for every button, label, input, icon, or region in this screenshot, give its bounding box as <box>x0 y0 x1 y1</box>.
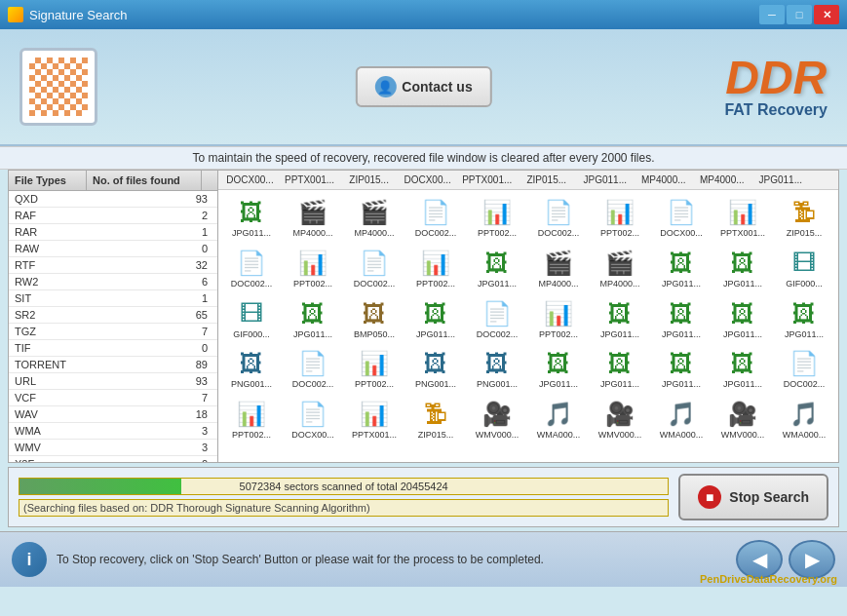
file-label: PNG001... <box>415 379 456 390</box>
contact-button[interactable]: 👤 Contact us <box>355 66 491 107</box>
table-row[interactable]: 🎵 WMA000... <box>776 397 832 443</box>
table-row[interactable]: 🖼 JPG011... <box>714 296 771 342</box>
file-label: PNG001... <box>477 379 518 390</box>
col-header-count: No. of files found <box>87 171 202 190</box>
table-row[interactable]: 🎵 WMA000... <box>530 397 587 443</box>
table-row[interactable]: 🖼 JPG011... <box>592 296 648 342</box>
file-type-cell: TIF <box>9 340 87 356</box>
file-type-icon: 📊 <box>359 399 390 430</box>
table-row[interactable]: 🗜 ZIP015... <box>776 195 832 241</box>
table-row[interactable]: 📊 PPT002... <box>592 195 648 241</box>
list-item[interactable]: TGZ 7 <box>9 324 217 340</box>
bottom-bar: i To Stop recovery, click on 'Stop Searc… <box>0 531 847 587</box>
list-item[interactable]: RAW 0 <box>9 241 217 257</box>
progress-algo-text: (Searching files based on: DDR Thorough … <box>19 499 669 517</box>
table-row[interactable]: 📄 DOC002... <box>346 246 403 291</box>
table-row[interactable]: 🖼 JPG011... <box>407 296 464 342</box>
table-row[interactable]: 📊 PPTX001... <box>714 195 771 241</box>
list-item[interactable]: RAF 2 <box>9 208 217 224</box>
maximize-button[interactable]: □ <box>787 5 812 24</box>
table-row[interactable]: 📊 PPT002... <box>407 246 464 291</box>
table-row[interactable]: 🎬 MP4000... <box>285 195 341 241</box>
list-item[interactable]: URL 93 <box>9 373 217 390</box>
file-type-cell: RW2 <box>9 274 87 289</box>
list-item[interactable]: WMA 3 <box>9 423 217 440</box>
table-row[interactable]: 🖼 JPG011... <box>776 296 832 342</box>
close-button[interactable]: ✕ <box>814 5 839 24</box>
table-row[interactable]: 🖼 JPG011... <box>285 296 341 342</box>
table-row[interactable]: 📄 DOC002... <box>530 195 587 241</box>
file-grid-body[interactable]: 🖼 JPG011... 🎬 MP4000... 🎬 MP4000... 📄 DO… <box>218 190 838 462</box>
table-row[interactable]: 📊 PPT002... <box>285 246 341 291</box>
table-row[interactable]: 🖼 PNG001... <box>223 346 280 392</box>
file-type-cell: WMA <box>9 423 87 439</box>
table-row[interactable]: 🎥 WMV000... <box>469 397 525 443</box>
file-type-icon: 🖼 <box>727 348 758 379</box>
table-row[interactable]: 📄 DOCX00... <box>653 195 710 241</box>
file-label: PPT002... <box>416 279 455 289</box>
file-type-cell: SR2 <box>9 307 87 323</box>
list-item[interactable]: SIT 1 <box>9 290 217 307</box>
ddr-text: DDR <box>724 55 828 101</box>
table-row[interactable]: 🎥 WMV000... <box>714 397 771 443</box>
stop-search-button[interactable]: ■ Stop Search <box>678 474 828 520</box>
file-type-icon: 🎬 <box>359 197 390 228</box>
table-row[interactable]: 📄 DOC002... <box>776 346 832 392</box>
table-row[interactable]: 📊 PPT002... <box>469 195 525 241</box>
file-type-icon: 🖼 <box>236 197 267 228</box>
table-row[interactable]: 📊 PPT002... <box>223 397 280 443</box>
file-type-icon: 🎥 <box>727 399 758 430</box>
table-row[interactable]: 🖼 JPG011... <box>653 246 710 291</box>
table-row[interactable]: 📊 PPT002... <box>346 346 403 392</box>
file-list-body[interactable]: QXD 93 RAF 2 RAR 1 RAW 0 RTF 32 RW2 6 SI… <box>9 191 217 462</box>
table-row[interactable]: 📄 DOC002... <box>469 296 525 342</box>
table-row[interactable]: 📄 DOC002... <box>407 195 464 241</box>
minimize-button[interactable]: ─ <box>759 5 785 24</box>
list-item[interactable]: QXD 93 <box>9 191 217 208</box>
list-item[interactable]: RW2 6 <box>9 274 217 290</box>
table-row[interactable]: 🎵 WMA000... <box>653 397 710 443</box>
table-row[interactable]: 🖼 JPG011... <box>223 195 280 241</box>
table-row[interactable]: 🖼 JPG011... <box>653 346 710 392</box>
list-item[interactable]: RAR 1 <box>9 224 217 241</box>
list-item[interactable]: VCF 7 <box>9 390 217 406</box>
table-row[interactable]: 📄 DOC002... <box>223 246 280 291</box>
file-count-cell: 0 <box>87 241 217 256</box>
table-row[interactable]: 🖼 JPG011... <box>653 296 710 342</box>
list-item[interactable]: RTF 32 <box>9 257 217 274</box>
file-count-cell: 3 <box>87 440 217 455</box>
table-row[interactable]: 🖼 JPG011... <box>714 246 771 291</box>
table-row[interactable]: 🖼 PNG001... <box>469 346 525 392</box>
table-row[interactable]: 🖼 BMP050... <box>346 296 403 342</box>
table-row[interactable]: 🎞 GIF000... <box>223 296 280 342</box>
file-type-cell: WAV <box>9 406 87 422</box>
file-label: WMV000... <box>476 430 520 441</box>
table-row[interactable]: 🎬 MP4000... <box>530 246 587 291</box>
table-row[interactable]: 🖼 PNG001... <box>407 346 464 392</box>
table-row[interactable]: 📄 DOC002... <box>285 346 341 392</box>
list-item[interactable]: WAV 18 <box>9 406 217 423</box>
list-item[interactable]: SR2 65 <box>9 307 217 324</box>
table-row[interactable]: 🎥 WMV000... <box>592 397 648 443</box>
table-row[interactable]: 🖼 JPG011... <box>469 246 525 291</box>
table-row[interactable]: 🎬 MP4000... <box>592 246 648 291</box>
table-row[interactable]: 🎬 MP4000... <box>346 195 403 241</box>
list-item[interactable]: TORRENT 89 <box>9 357 217 373</box>
file-type-icon: 🖼 <box>297 298 328 329</box>
table-row[interactable]: 🎞 GIF000... <box>776 246 832 291</box>
file-label: WMA000... <box>537 430 581 441</box>
file-label: PPT002... <box>355 379 394 390</box>
table-row[interactable]: 🖼 JPG011... <box>714 346 771 392</box>
list-item[interactable]: X3F 0 <box>9 456 217 462</box>
table-row[interactable]: 🗜 ZIP015... <box>407 397 464 443</box>
table-row[interactable]: 📊 PPT002... <box>530 296 587 342</box>
list-item[interactable]: WMV 3 <box>9 440 217 456</box>
table-row[interactable]: 🖼 JPG011... <box>592 346 648 392</box>
file-label: ZIP015... <box>787 228 823 239</box>
file-label: GIF000... <box>786 279 823 289</box>
table-row[interactable]: 📊 PPTX001... <box>346 397 403 443</box>
grid-row: 🖼 PNG001... 📄 DOC002... 📊 PPT002... 🖼 PN… <box>223 346 833 392</box>
table-row[interactable]: 🖼 JPG011... <box>530 346 587 392</box>
list-item[interactable]: TIF 0 <box>9 340 217 357</box>
table-row[interactable]: 📄 DOCX00... <box>285 397 341 443</box>
